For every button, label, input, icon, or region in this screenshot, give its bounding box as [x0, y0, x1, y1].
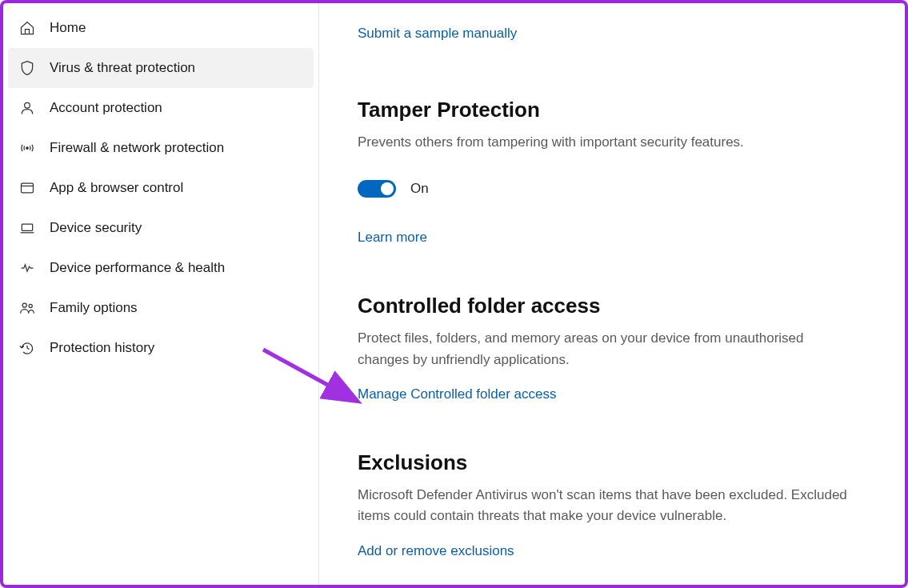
home-icon — [19, 20, 35, 36]
heartbeat-icon — [19, 260, 35, 276]
exclusions-section: Exclusions Microsoft Defender Antivirus … — [358, 450, 866, 559]
sidebar-item-label: Protection history — [50, 340, 154, 356]
svg-point-1 — [26, 147, 29, 150]
svg-point-4 — [22, 303, 26, 307]
tamper-title: Tamper Protection — [358, 98, 866, 122]
sidebar: Home Virus & threat protection Account p… — [3, 3, 319, 585]
submit-sample-link[interactable]: Submit a sample manually — [358, 26, 517, 42]
sidebar-item-firewall[interactable]: Firewall & network protection — [8, 128, 314, 168]
sidebar-item-account[interactable]: Account protection — [8, 88, 314, 128]
tamper-toggle-row: On — [358, 180, 866, 198]
tamper-toggle[interactable] — [358, 180, 396, 198]
tamper-learn-more-link[interactable]: Learn more — [358, 230, 427, 246]
history-icon — [19, 340, 35, 356]
sidebar-item-label: App & browser control — [50, 180, 183, 196]
controlled-folder-section: Controlled folder access Protect files, … — [358, 294, 866, 402]
person-icon — [19, 100, 35, 116]
cfa-title: Controlled folder access — [358, 294, 866, 318]
svg-point-5 — [29, 304, 32, 307]
sidebar-item-label: Home — [50, 20, 86, 36]
sidebar-item-family[interactable]: Family options — [8, 288, 314, 328]
sidebar-item-app-browser[interactable]: App & browser control — [8, 168, 314, 208]
sidebar-item-label: Virus & threat protection — [50, 60, 195, 76]
sidebar-item-device-security[interactable]: Device security — [8, 208, 314, 248]
tamper-protection-section: Tamper Protection Prevents others from t… — [358, 98, 866, 246]
tamper-toggle-label: On — [410, 181, 429, 197]
sidebar-item-history[interactable]: Protection history — [8, 328, 314, 368]
antenna-icon — [19, 140, 35, 156]
sidebar-item-performance[interactable]: Device performance & health — [8, 248, 314, 288]
main-content: Submit a sample manually Tamper Protecti… — [319, 3, 905, 585]
svg-rect-3 — [22, 224, 32, 230]
people-icon — [19, 300, 35, 316]
shield-icon — [19, 60, 35, 76]
exclusions-desc: Microsoft Defender Antivirus won't scan … — [358, 485, 854, 527]
sidebar-item-label: Firewall & network protection — [50, 140, 224, 156]
sidebar-item-label: Account protection — [50, 100, 162, 116]
laptop-icon — [19, 220, 35, 236]
tamper-desc: Prevents others from tampering with impo… — [358, 132, 854, 153]
sidebar-item-label: Device security — [50, 220, 142, 236]
sidebar-item-home[interactable]: Home — [8, 8, 314, 48]
add-exclusions-link[interactable]: Add or remove exclusions — [358, 543, 514, 559]
manage-cfa-link[interactable]: Manage Controlled folder access — [358, 386, 557, 402]
sidebar-item-label: Device performance & health — [50, 260, 225, 276]
sidebar-item-virus-threat[interactable]: Virus & threat protection — [8, 48, 314, 88]
cfa-desc: Protect files, folders, and memory areas… — [358, 328, 854, 370]
sidebar-item-label: Family options — [50, 300, 138, 316]
svg-rect-2 — [22, 183, 34, 193]
exclusions-title: Exclusions — [358, 450, 866, 475]
svg-point-0 — [25, 102, 30, 108]
window-icon — [19, 180, 35, 196]
